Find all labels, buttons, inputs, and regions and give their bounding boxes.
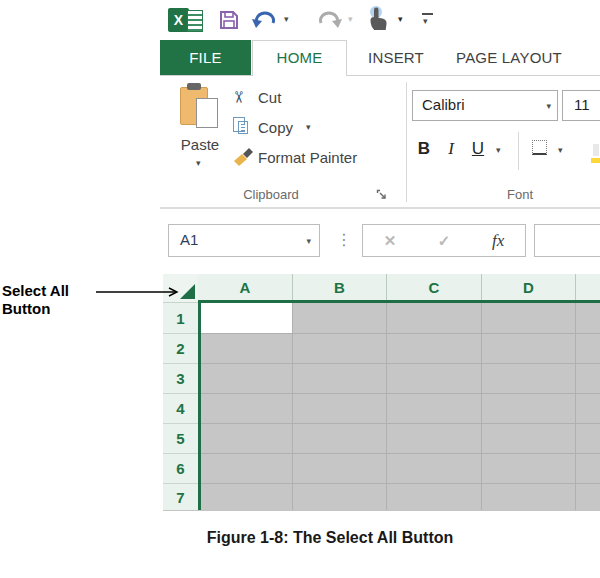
cell[interactable] [293,454,386,483]
borders-button[interactable] [532,140,547,155]
excel-app-icon[interactable]: X [168,7,204,33]
cell[interactable] [201,364,292,393]
column-header[interactable]: B [293,274,386,300]
underline-button[interactable]: U [466,136,490,162]
cell[interactable] [293,334,386,363]
underline-dropdown-caret[interactable]: ▾ [496,146,501,155]
fill-color-icon-partial[interactable] [591,142,600,164]
cell[interactable] [576,364,600,393]
row-header[interactable]: 1 [163,303,198,333]
tab-home[interactable]: HOME [252,40,347,76]
cell[interactable] [293,394,386,423]
save-icon[interactable] [218,9,240,31]
column-header[interactable]: A [198,274,292,300]
cell[interactable] [576,454,600,483]
cell[interactable] [482,364,575,393]
cell[interactable] [387,454,481,483]
cell[interactable] [482,454,575,483]
redo-icon[interactable] [316,9,342,30]
cells [201,303,600,510]
annotation-line1: Select All [2,282,69,300]
undo-dropdown-caret[interactable]: ▾ [284,15,289,24]
tab-insert[interactable]: INSERT [352,40,440,75]
paste-clipboard-clip [187,83,201,90]
cell[interactable] [576,334,600,363]
copy-dropdown-caret: ▾ [306,123,311,132]
name-box-caret[interactable]: ▾ [306,237,311,246]
cell[interactable] [482,484,575,510]
cell[interactable] [482,394,575,423]
row-header[interactable]: 4 [163,394,198,423]
cut-icon: ✂ [229,91,248,104]
cell[interactable] [576,394,600,423]
row-header[interactable]: 3 [163,364,198,393]
copy-icon [233,117,253,137]
format-painter-label: Format Painter [258,148,357,168]
row-header[interactable]: 5 [163,424,198,453]
cell[interactable] [293,303,386,333]
cell[interactable] [201,394,292,423]
cell[interactable] [293,364,386,393]
name-box[interactable]: A1 ▾ [168,224,320,257]
cell[interactable] [201,454,292,483]
column-header[interactable]: D [482,274,575,300]
customize-qat-caret: ▾ [423,17,428,26]
undo-icon[interactable] [252,9,278,30]
cell[interactable] [293,424,386,453]
cut-button[interactable]: ✂ Cut [232,87,352,109]
enter-button[interactable]: ✓ [438,232,451,250]
cell[interactable] [293,484,386,510]
customize-qat-icon[interactable]: ▾ [422,13,434,27]
font-name-caret[interactable]: ▾ [546,102,551,111]
cell[interactable] [482,303,575,333]
font-size-value: 11 [574,96,590,113]
tab-page-layout[interactable]: PAGE LAYOUT [448,40,570,75]
font-name-combobox[interactable]: Calibri ▾ [412,90,558,121]
row-header[interactable]: 6 [163,454,198,483]
cell[interactable] [387,334,481,363]
bold-button[interactable]: B [412,136,436,162]
borders-dropdown-caret[interactable]: ▾ [558,146,563,155]
column-header[interactable]: C [387,274,481,300]
row-header[interactable]: 2 [163,334,198,363]
cell[interactable] [201,334,292,363]
cell[interactable] [576,303,600,333]
active-cell-a1[interactable] [201,303,292,333]
clipboard-group-label: Clipboard [196,187,346,202]
grid-bottom-edge [163,510,600,511]
cell[interactable] [387,424,481,453]
cell[interactable] [387,394,481,423]
touch-mode-dropdown-caret[interactable]: ▾ [398,15,403,24]
cell[interactable] [387,484,481,510]
redo-dropdown-caret[interactable]: ▾ [348,15,353,24]
cell[interactable] [387,364,481,393]
formula-bar-handle-dots[interactable]: ⋮ [336,230,352,250]
cell[interactable] [482,334,575,363]
cancel-button[interactable]: ✕ [384,232,397,250]
italic-button[interactable]: I [440,136,462,162]
customize-qat-bar [422,13,433,15]
cell[interactable] [201,424,292,453]
cell[interactable] [482,424,575,453]
formula-input[interactable] [534,224,600,257]
column-header[interactable] [576,274,600,300]
cell[interactable] [576,424,600,453]
font-buttons-separator [518,132,519,170]
paste-button[interactable]: Paste ▾ [172,82,228,174]
row-header[interactable]: 7 [163,484,198,510]
cell[interactable] [387,303,481,333]
touch-mode-icon[interactable] [366,5,390,32]
paste-label: Paste [172,135,228,155]
copy-button[interactable]: Copy ▾ [232,117,352,139]
figure-page: X ▾ ▾ ▾ ▾ FILE HOME INSERT PAGE LAYOUT P… [0,0,600,578]
tab-file[interactable]: FILE [160,40,251,75]
font-size-combobox[interactable]: 11 [562,90,600,121]
paste-page-icon [196,98,218,128]
cell[interactable] [576,484,600,510]
insert-function-button[interactable]: fx [492,231,504,251]
copy-label: Copy [258,118,293,138]
clipboard-dialog-launcher-icon[interactable] [376,189,388,201]
format-painter-button[interactable]: Format Painter [232,146,382,168]
cell[interactable] [201,484,292,510]
paste-dropdown-caret: ▾ [196,159,201,168]
